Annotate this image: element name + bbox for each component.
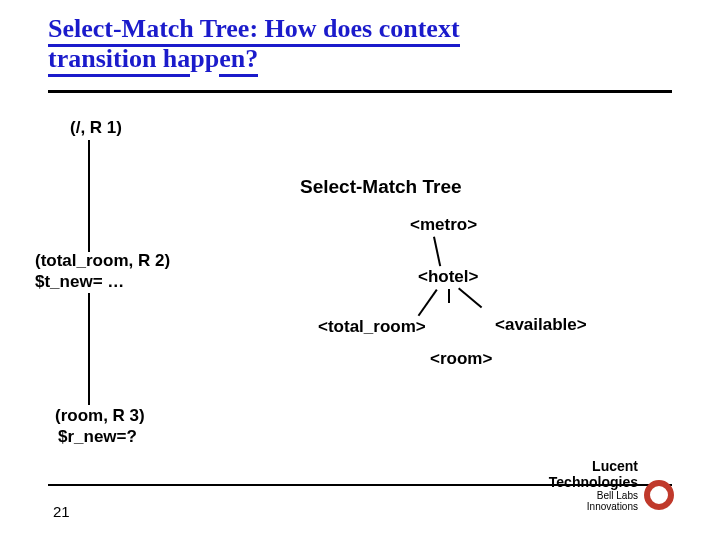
slide-number: 21 [53, 503, 70, 520]
edge-hotel-mid [448, 289, 450, 303]
lucent-sub: Bell Labs Innovations [549, 490, 638, 512]
tree-room: <room> [430, 349, 492, 369]
edge-metro-hotel [433, 237, 441, 267]
tree-metro: <metro> [410, 215, 477, 235]
edge-r2-r3 [88, 293, 90, 405]
slide-title: Select-Match Tree: How does context tran… [48, 14, 648, 74]
title-line2c: en? [219, 44, 258, 77]
title-line1: Select-Match Tree: How does context [48, 14, 460, 47]
node-total-room-r2: (total_room, R 2) [35, 251, 170, 271]
lucent-ring-icon [644, 480, 674, 510]
node-root-r1: (/, R 1) [70, 118, 122, 138]
node-tnew: $t_new= … [35, 272, 124, 292]
title-line2a: transition ha [48, 44, 190, 77]
divider-top [48, 90, 672, 93]
title-line2b: pp [190, 44, 219, 73]
node-room-r3: (room, R 3) [55, 406, 145, 426]
tree-hotel: <hotel> [418, 267, 478, 287]
select-match-tree-label: Select-Match Tree [300, 176, 462, 198]
edge-hotel-available [458, 287, 482, 308]
lucent-brand: Lucent Technologies [549, 459, 638, 490]
tree-available: <available> [495, 315, 587, 335]
edge-r1-r2 [88, 140, 90, 252]
edge-hotel-totalroom [418, 289, 438, 316]
node-rnew: $r_new=? [58, 427, 137, 447]
tree-total-room: <total_room> [318, 317, 426, 337]
